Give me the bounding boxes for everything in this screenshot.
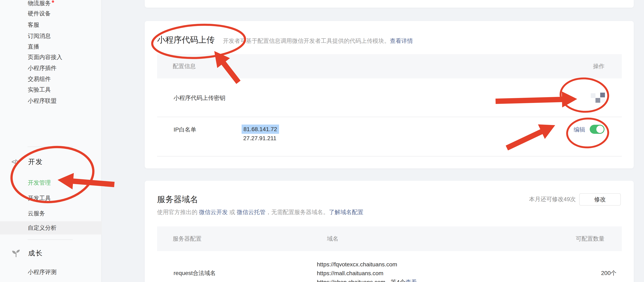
- view-details-link[interactable]: 查看详情: [390, 38, 413, 44]
- divider: [28, 147, 73, 147]
- sidebar-item-miniapp-plugin[interactable]: 小程序插件: [28, 64, 94, 72]
- intro-or: 或: [228, 209, 237, 215]
- sidebar-item-custom-analysis[interactable]: 自定义分析: [28, 224, 94, 232]
- card-description: 开发者可基于配置信息调用微信开发者工具提供的代码上传模块。查看详情: [223, 38, 413, 44]
- ip-whitelist-row-label: IP白名单: [174, 127, 196, 133]
- checker-square-light: [600, 98, 605, 103]
- request-domain-row-label: request合法域名: [174, 270, 216, 276]
- domain-line: https://mall.chaituans.com: [317, 269, 417, 278]
- sidebar-item-experiment-tools[interactable]: 实验工具: [28, 86, 94, 94]
- modify-button[interactable]: 修改: [579, 193, 621, 206]
- server-config-header: 服务器配置: [173, 226, 202, 251]
- config-info-header: 配置信息: [173, 54, 196, 78]
- domain-table-header: 服务器配置 域名 可配置数量: [157, 226, 622, 251]
- previous-card-bottom: [145, 0, 634, 8]
- quantity-value: 200个: [601, 270, 616, 276]
- toggle-knob: [596, 126, 604, 133]
- modify-quota-text: 本月还可修改49次: [529, 196, 576, 202]
- sidebar-item-hardware[interactable]: 硬件设备: [28, 10, 94, 18]
- checker-square-dark: [600, 93, 605, 97]
- sprout-icon: [12, 249, 22, 257]
- upload-key-row-label: 小程序代码上传密钥: [174, 95, 225, 101]
- page-canvas: 物流服务 硬件设备 客服 订阅消息 直播 页面内容接入 小程序插件 交易组件 实…: [0, 0, 644, 282]
- sidebar: 物流服务 硬件设备 客服 订阅消息 直播 页面内容接入 小程序插件 交易组件 实…: [0, 0, 102, 282]
- new-badge-dot: [52, 1, 54, 3]
- sidebar-item-dev-tools[interactable]: 开发工具: [28, 194, 94, 202]
- quantity-header: 可配置数量: [576, 226, 604, 251]
- domain-line: https://fqvotexcx.chaituans.com: [317, 260, 417, 269]
- sidebar-item-customer-service[interactable]: 客服: [28, 21, 94, 29]
- ip-line-second: 27.27.91.211: [242, 134, 279, 143]
- sidebar-item-dev-management[interactable]: 开发管理: [28, 179, 94, 187]
- intro-suffix: ，无需配置服务器域名。: [266, 209, 329, 215]
- sidebar-item-cloud-service[interactable]: 云服务: [28, 209, 94, 218]
- card-title-server-domain: 服务器域名: [157, 195, 198, 204]
- card-title-code-upload: 小程序代码上传: [157, 35, 215, 44]
- cloud-host-link[interactable]: 微信云托管: [237, 209, 266, 215]
- sidebar-item-subscribe-message[interactable]: 订阅消息: [28, 32, 94, 40]
- domain-more-count: 等4个: [391, 279, 406, 282]
- sidebar-item-miniapp-evaluation[interactable]: 小程序评测: [28, 268, 94, 276]
- divider: [157, 156, 622, 156]
- server-domain-card: 服务器域名 本月还可修改49次 修改 使用官方推出的 微信云开发 或 微信云托管…: [145, 181, 634, 282]
- code-upload-card: 小程序代码上传 开发者可基于配置信息调用微信开发者工具提供的代码上传模块。查看详…: [145, 21, 634, 168]
- action-header: 操作: [593, 54, 604, 78]
- ip-edit-link[interactable]: 编辑: [574, 127, 585, 133]
- sidebar-section-dev: 开发: [28, 157, 90, 166]
- intro-prefix: 使用官方推出的: [157, 209, 199, 215]
- request-domain-list: https://fqvotexcx.chaituans.com https://…: [317, 260, 417, 282]
- domain-line: https://shop.chaituans.com等4个查看: [317, 278, 417, 282]
- domain-header: 域名: [327, 226, 338, 251]
- generate-key-icon[interactable]: [591, 93, 605, 103]
- sidebar-item-logistics[interactable]: 物流服务: [28, 0, 94, 8]
- ip-whitelist-values: 81.68.141.72 27.27.91.211: [242, 125, 279, 143]
- domain-config-link[interactable]: 了解域名配置: [329, 209, 363, 215]
- divider: [28, 239, 73, 240]
- sidebar-item-page-content[interactable]: 页面内容接入: [28, 53, 94, 61]
- card-description-text: 开发者可基于配置信息调用微信开发者工具提供的代码上传模块。: [223, 38, 390, 44]
- domain-card-intro: 使用官方推出的 微信云开发 或 微信云托管，无需配置服务器域名。了解域名配置: [157, 209, 363, 215]
- ip-line-selected: 81.68.141.72: [242, 125, 279, 134]
- sprout-icon-svg: [12, 249, 20, 257]
- checker-square-dark: [596, 98, 600, 103]
- checker-square-light: [591, 93, 596, 98]
- domain-line-text: https://shop.chaituans.com: [317, 279, 385, 282]
- domain-view-link[interactable]: 查看: [406, 279, 417, 282]
- ip-selected-text: 81.68.141.72: [242, 125, 279, 134]
- sidebar-item-miniapp-union[interactable]: 小程序联盟: [28, 97, 94, 105]
- config-table-header: 配置信息 操作: [157, 54, 622, 78]
- sidebar-section-growth: 成长: [28, 249, 90, 257]
- divider: [157, 117, 622, 117]
- cloud-dev-link[interactable]: 微信云开发: [199, 209, 228, 215]
- code-icon: </>: [12, 157, 22, 166]
- ip-whitelist-toggle[interactable]: [590, 125, 604, 134]
- sidebar-item-trade-component[interactable]: 交易组件: [28, 75, 94, 83]
- sidebar-item-live[interactable]: 直播: [28, 43, 94, 51]
